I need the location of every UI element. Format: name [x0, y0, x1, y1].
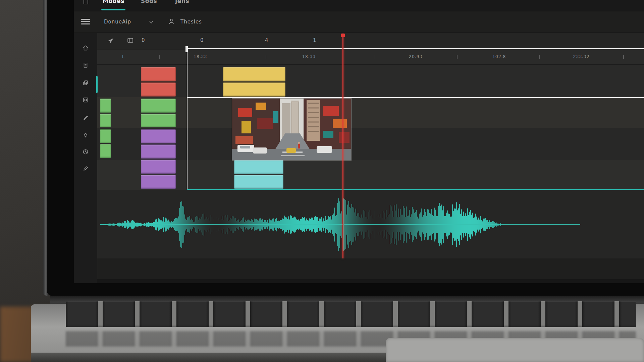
clip-segment	[234, 160, 283, 174]
clip-segment	[141, 129, 176, 143]
selection-handle[interactable]	[185, 46, 188, 52]
clip-segment	[234, 175, 283, 189]
track-row-2[interactable]	[97, 97, 644, 128]
clip-segment	[141, 175, 176, 189]
clip-green-left-1[interactable]	[100, 99, 111, 127]
tab-bar: Modes Sods Jens	[74, 0, 644, 11]
ruler-tick	[159, 55, 160, 59]
clip-purple[interactable]	[141, 129, 176, 189]
clip-cyan[interactable]	[234, 160, 283, 189]
clip-segment	[141, 82, 176, 97]
laptop-keyboard-keys	[66, 301, 636, 327]
hamburger-menu-icon[interactable]	[81, 19, 90, 25]
ruler-tick	[457, 55, 458, 59]
timeline-frame-number: 0	[200, 37, 204, 43]
track-selection-accent	[96, 76, 98, 93]
audio-waveform[interactable]	[74, 196, 644, 253]
tab-sods[interactable]: Sods	[141, 0, 157, 4]
ruler-tick	[266, 55, 266, 59]
track-row-4[interactable]	[97, 160, 644, 190]
clip-segment	[100, 114, 111, 128]
clip-green-left-2[interactable]	[100, 129, 111, 158]
track-select-tool-icon[interactable]	[107, 37, 114, 46]
timeline-bottom-edge	[97, 279, 644, 283]
clip-segment	[141, 114, 176, 128]
timeline-ruler[interactable]: L18.3318:3320:93102.8233.32202	[97, 50, 644, 65]
menu-bar: DonueAip Thesles	[74, 11, 644, 33]
clip-segment	[141, 160, 176, 174]
clip-segment	[223, 82, 285, 97]
timeline-toolbar: 0041	[97, 33, 644, 50]
brush-icon[interactable]	[82, 115, 89, 123]
bell-icon[interactable]	[82, 131, 89, 139]
timeline-frame-number: 0	[142, 37, 145, 43]
clip-segment	[100, 129, 111, 143]
timeline-frame-number: 4	[265, 37, 268, 43]
playhead-line[interactable]	[342, 36, 343, 258]
clock-icon[interactable]	[82, 148, 89, 157]
ruler-label: L	[122, 54, 125, 59]
frame-icon[interactable]	[82, 97, 89, 105]
clip-red[interactable]	[141, 67, 176, 97]
project-name-dropdown[interactable]: DonueAip	[104, 19, 131, 25]
home-icon[interactable]	[82, 45, 89, 53]
ruler-label: 18:33	[302, 54, 316, 59]
tab-jens[interactable]: Jens	[175, 0, 189, 4]
clipboard-icon[interactable]	[83, 0, 89, 6]
clip-segment	[100, 144, 111, 158]
ruler-label: 102.8	[492, 54, 506, 59]
timeline-lower-strip	[97, 258, 644, 279]
video-editor-app: Modes Sods Jens DonueAip Thesles	[74, 0, 644, 283]
clip-segment	[141, 144, 176, 159]
selection-left-border[interactable]	[187, 48, 187, 190]
laptop-trackpad	[386, 338, 644, 362]
ruler-tick	[375, 55, 375, 59]
photo-of-laptop-scene: { "colors": { "accent": "#2bc0b4", "play…	[0, 0, 644, 362]
chevron-down-icon[interactable]	[148, 19, 154, 26]
document-icon[interactable]	[82, 62, 89, 70]
clip-segment	[141, 67, 176, 81]
clip-yellow[interactable]	[223, 67, 285, 97]
clip-segment	[100, 99, 111, 113]
timeline-frame-number: 1	[313, 37, 316, 43]
clip-segment	[141, 99, 176, 113]
user-icon[interactable]	[168, 18, 174, 26]
city-street-thumbnail	[232, 99, 351, 160]
pencil-icon[interactable]	[82, 165, 89, 173]
layers-icon[interactable]	[82, 79, 89, 87]
tab-modes[interactable]: Modes	[103, 0, 124, 4]
audio-track-top-line	[187, 189, 644, 190]
track-row-3[interactable]	[97, 128, 644, 160]
ruler-tick	[623, 55, 624, 59]
track-row-1[interactable]	[97, 65, 644, 97]
active-tab-underline	[101, 9, 125, 10]
selection-top-border	[187, 48, 644, 49]
ruler-label: 20:93	[409, 54, 422, 59]
clip-segment	[223, 67, 285, 81]
selection-mid-border	[187, 97, 644, 98]
frame-view-icon[interactable]	[127, 37, 134, 46]
clip-green[interactable]	[141, 99, 176, 127]
tool-menu-item[interactable]: Thesles	[180, 19, 202, 25]
ruler-tick	[539, 55, 540, 59]
video-clip-thumbnail[interactable]	[232, 99, 351, 160]
ruler-label: 233.32	[573, 54, 589, 59]
ruler-label: 18.33	[194, 54, 207, 59]
